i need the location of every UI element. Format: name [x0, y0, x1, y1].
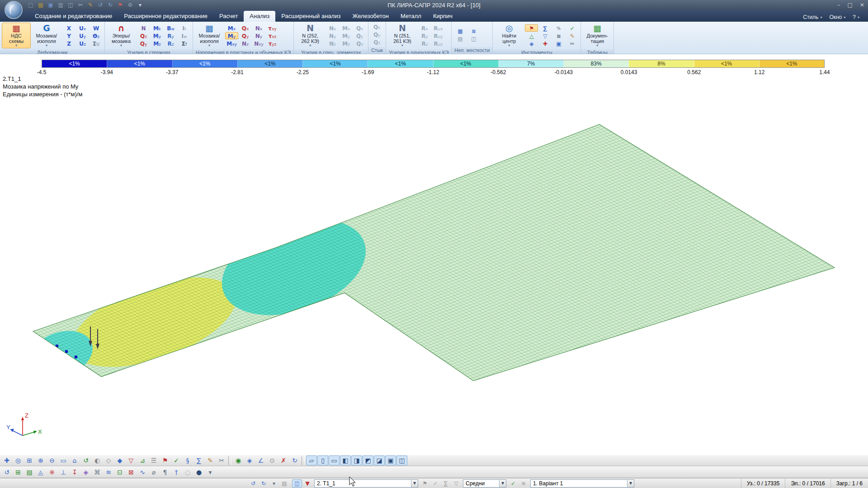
isometry-icon[interactable]: ▣	[385, 455, 396, 465]
ribbon-tab[interactable]: Железобетон	[346, 11, 395, 22]
mosaic-type-icon[interactable]: ◫	[292, 479, 302, 488]
flag-show-icon[interactable]: ⚑	[525, 24, 538, 32]
cut-icon[interactable]: ✂	[76, 1, 85, 9]
ribbon-letter-button[interactable]: Nz	[239, 40, 252, 47]
ribbon-letter-button[interactable]: Ry	[418, 32, 431, 39]
ribbon-letter-button[interactable]: X	[62, 24, 75, 32]
ribbon-tab[interactable]: Расчет	[213, 11, 244, 22]
deselect-icon[interactable]: ✗	[278, 455, 289, 465]
ribbon-letter-button[interactable]: Rz	[164, 40, 177, 47]
ribbon-letter-button[interactable]: Rux	[432, 24, 445, 32]
supports-icon[interactable]: ⊥	[58, 467, 69, 477]
deformation-mosaic-button[interactable]: G Мозаика/ изополя ▾	[32, 23, 61, 48]
layers-icon[interactable]: ☰	[148, 455, 159, 465]
ribbon-letter-button[interactable]: Ruz	[432, 40, 445, 47]
ribbon-letter-button[interactable]: Bw	[164, 24, 177, 32]
shaded-view-icon[interactable]: ◆	[114, 455, 125, 465]
stiffness-table-icon[interactable]: ▤	[453, 35, 467, 42]
ribbon-letter-button[interactable]: Qz	[137, 32, 150, 39]
ribbon-letter-button[interactable]: Rz	[418, 40, 431, 47]
ribbon-letter-button[interactable]: Y	[62, 32, 75, 39]
ribbon-letter-button[interactable]: Mx	[225, 24, 238, 32]
new-file-icon[interactable]: □	[26, 1, 35, 9]
toolbar-overflow-icon[interactable]: ▾	[205, 467, 216, 477]
ribbon-letter-button[interactable]: ΣU	[90, 40, 103, 47]
clip-top-icon[interactable]: ◩	[363, 455, 373, 465]
ribbon-letter-button[interactable]: Qz	[353, 40, 366, 47]
print-icon[interactable]: ▥	[56, 1, 65, 9]
ribbon-letter-button[interactable]: τxz	[266, 32, 279, 39]
projection-yz-icon[interactable]: ▭	[329, 455, 340, 465]
isofields-icon[interactable]: ◈	[525, 40, 538, 47]
ribbon-tab[interactable]: Металл	[395, 11, 427, 22]
documentation-button[interactable]: ▦ Докумен- тация ▾	[583, 23, 612, 48]
undo-icon[interactable]: ↺	[96, 1, 105, 9]
ribbon-letter-button[interactable]: Qy	[353, 32, 366, 39]
ribbon-letter-button[interactable]: It	[178, 24, 191, 32]
ribbon-letter-button[interactable]: τxy	[266, 24, 279, 32]
cut-icon[interactable]: ✂	[216, 455, 227, 465]
fit-screen-icon[interactable]: ▭	[58, 455, 69, 465]
ribbon-tab[interactable]: Кирпич	[427, 11, 458, 22]
redo-view-icon[interactable]: ↻	[289, 455, 300, 465]
check-icon[interactable]: ✓	[566, 24, 579, 32]
clip-right-icon[interactable]: ◨	[351, 455, 362, 465]
smoothing-icon[interactable]: ≋	[519, 479, 528, 488]
ribbon-letter-button[interactable]: Uz	[76, 40, 89, 47]
ribbon-letter-button[interactable]: Ux	[76, 24, 89, 32]
stiffness-diagram-icon[interactable]: ◫	[467, 35, 480, 42]
sum-icon[interactable]: ∑	[538, 24, 552, 32]
stiffness-isofields-icon[interactable]: ≋	[467, 27, 480, 34]
sum-values-icon[interactable]: ∑	[441, 479, 451, 488]
ribbon-letter-button[interactable]: τyz	[266, 40, 279, 47]
flags-icon[interactable]: ⚑	[160, 455, 170, 465]
ribbon-letter-button[interactable]: Ny	[252, 32, 265, 39]
chevron-down-icon[interactable]: ▼	[627, 480, 634, 487]
add-node-icon[interactable]: ⊞	[13, 467, 24, 477]
apply-icon[interactable]: ✓	[171, 455, 182, 465]
local-axes-icon[interactable]: ⊿	[137, 455, 148, 465]
settings-icon[interactable]: ⚙	[126, 1, 135, 9]
flag-icon[interactable]: ⚑	[116, 1, 125, 9]
ribbon-tab[interactable]: Расширенное редактирование	[118, 11, 213, 22]
ghost-view-icon[interactable]: ◌	[182, 467, 193, 477]
ribbon-letter-button[interactable]: Mz	[151, 40, 164, 47]
ribbon-tab[interactable]: Создание и редактирование	[29, 11, 118, 22]
filter-values-icon[interactable]: ▽	[451, 479, 461, 488]
triangulate-icon[interactable]: ◬	[35, 467, 46, 477]
fragment-icon[interactable]: ◈	[80, 467, 91, 477]
ribbon-letter-button[interactable]: Qx	[370, 23, 383, 30]
edit-icon[interactable]: ✎	[205, 455, 216, 465]
chevron-down-icon[interactable]: ▼	[499, 480, 506, 487]
brush-icon[interactable]: ✎	[86, 1, 95, 9]
ribbon-letter-button[interactable]: Mx	[340, 24, 353, 32]
diameter-icon[interactable]: ⌀	[148, 467, 159, 477]
marker-icon[interactable]: †	[171, 467, 182, 477]
ribbon-letter-button[interactable]: Qx	[353, 24, 366, 32]
undo-icon[interactable]: ↺	[1, 467, 12, 477]
ribbon-letter-button[interactable]: Ruy	[432, 32, 445, 39]
percent-icon[interactable]: %	[552, 24, 565, 32]
delete-icon[interactable]: ⊠	[126, 467, 137, 477]
zoom-dynamic-icon[interactable]: ◎	[13, 455, 24, 465]
special-elements-button[interactable]: N N (252, 262 КЭ) ▾	[296, 23, 325, 48]
snap-icon[interactable]: ⊙	[267, 455, 278, 465]
customize-quick-access-icon[interactable]: ▾	[136, 1, 145, 9]
ribbon-letter-button[interactable]: Nx	[252, 24, 265, 32]
result-forward-icon[interactable]: ↻	[259, 479, 269, 488]
averaging-combo[interactable]: Средни ▼	[463, 479, 506, 488]
annotate-icon[interactable]: ✎	[566, 32, 579, 39]
point-icon[interactable]: ●	[193, 467, 204, 477]
ribbon-letter-button[interactable]: Nxy	[252, 40, 265, 47]
table-edit-icon[interactable]: ▤	[24, 467, 35, 477]
show-nodes-icon[interactable]: ※	[47, 467, 57, 477]
stiffness-mosaic-icon[interactable]: ▦	[453, 27, 467, 34]
section-icon[interactable]: §	[182, 455, 193, 465]
ribbon-letter-button[interactable]: My	[225, 32, 238, 39]
zoom-in-icon[interactable]: ⊕	[35, 455, 46, 465]
projection-xz-icon[interactable]: ▯	[317, 455, 328, 465]
redo-icon[interactable]: ↻	[106, 1, 115, 9]
apply-averaging-icon[interactable]: ✓	[508, 479, 518, 488]
measure-icon[interactable]: ∠	[255, 455, 266, 465]
ribbon-letter-button[interactable]: My	[151, 32, 164, 39]
